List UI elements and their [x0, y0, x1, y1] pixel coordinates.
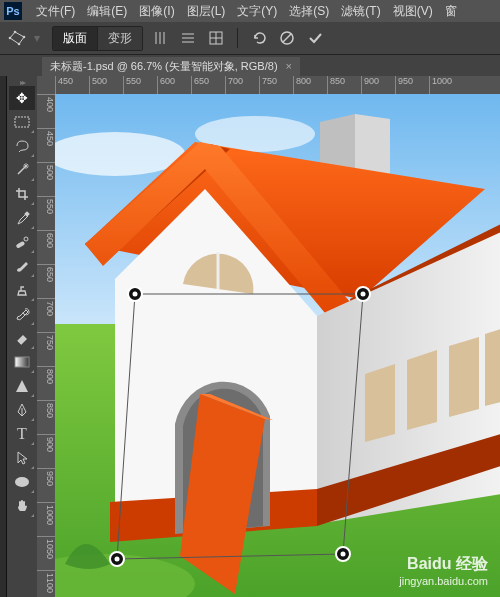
svg-point-19	[24, 237, 28, 241]
ruler-v-tick: 900	[37, 434, 55, 452]
menu-layer[interactable]: 图层(L)	[181, 3, 232, 20]
text-tool[interactable]: T	[9, 422, 35, 446]
commit-icon[interactable]	[304, 27, 326, 49]
path-select-tool[interactable]	[9, 446, 35, 470]
canvas-artwork	[55, 94, 500, 597]
svg-rect-20	[15, 357, 29, 367]
warp-mode-toggle: 版面 变形	[52, 26, 143, 51]
toolbox-grip-icon[interactable]: ▸▸	[20, 78, 24, 86]
watermark-url: jingyan.baidu.com	[399, 575, 488, 587]
menu-window[interactable]: 窗	[439, 3, 463, 20]
hand-tool[interactable]	[9, 494, 35, 518]
warp-mode-normal[interactable]: 版面	[53, 27, 98, 50]
clone-stamp-tool[interactable]	[9, 278, 35, 302]
ruler-v-tick: 650	[37, 264, 55, 282]
ruler-h-tick: 500	[89, 76, 107, 94]
svg-rect-18	[16, 241, 26, 249]
ruler-v-tick: 450	[37, 128, 55, 146]
menu-view[interactable]: 视图(V)	[387, 3, 439, 20]
brush-tool[interactable]	[9, 254, 35, 278]
ruler-v-tick: 1050	[37, 536, 55, 559]
ruler-origin[interactable]	[37, 76, 56, 95]
toolbox: ▸▸ ✥ T	[7, 76, 37, 597]
ruler-h-tick: 700	[225, 76, 243, 94]
close-tab-icon[interactable]: ×	[286, 60, 292, 72]
svg-marker-38	[407, 350, 437, 430]
ruler-h-tick: 750	[259, 76, 277, 94]
eraser-tool[interactable]	[9, 326, 35, 350]
svg-point-56	[115, 557, 120, 562]
ruler-h-tick: 850	[327, 76, 345, 94]
healing-brush-tool[interactable]	[9, 230, 35, 254]
align-horizontal-icon[interactable]	[177, 27, 199, 49]
ruler-h-tick: 800	[293, 76, 311, 94]
canvas-area: 450 500 550 600 650 700 750 800 850 900 …	[37, 76, 500, 597]
shape-tool[interactable]	[9, 374, 35, 398]
ruler-h-tick: 950	[395, 76, 413, 94]
crop-tool[interactable]	[9, 182, 35, 206]
menu-filter[interactable]: 滤镜(T)	[335, 3, 386, 20]
watermark: Baidu 经验 jingyan.baidu.com	[399, 554, 488, 587]
svg-marker-37	[365, 364, 395, 442]
svg-point-0	[9, 37, 12, 40]
gradient-tool[interactable]	[9, 350, 35, 374]
grid-icon[interactable]	[205, 27, 227, 49]
ruler-h-tick: 600	[157, 76, 175, 94]
ruler-h-tick: 900	[361, 76, 379, 94]
ruler-h-tick: 1000	[429, 76, 452, 94]
workspace: ▸▸ ✥ T 450 500 550 600 650 700 750 800	[0, 76, 500, 597]
history-brush-tool[interactable]	[9, 302, 35, 326]
panel-collapse-strip[interactable]	[0, 76, 7, 597]
document-tab[interactable]: 未标题-1.psd @ 66.7% (矢量智能对象, RGB/8) ×	[42, 57, 300, 76]
ruler-v-tick: 1100	[37, 570, 55, 593]
cancel-icon[interactable]	[276, 27, 298, 49]
menu-image[interactable]: 图像(I)	[133, 3, 180, 20]
svg-point-3	[18, 43, 21, 46]
undo-icon[interactable]	[248, 27, 270, 49]
ruler-v-tick: 500	[37, 162, 55, 180]
ruler-vertical[interactable]: 400 450 500 550 600 650 700 750 800 850 …	[37, 94, 55, 597]
svg-point-2	[23, 36, 26, 39]
svg-marker-40	[485, 329, 500, 406]
pen-tool[interactable]	[9, 398, 35, 422]
menu-type[interactable]: 文字(Y)	[231, 3, 283, 20]
menu-bar: Ps 文件(F) 编辑(E) 图像(I) 图层(L) 文字(Y) 选择(S) 滤…	[0, 0, 500, 22]
warp-mode-distort[interactable]: 变形	[98, 27, 142, 50]
puppet-warp-icon[interactable]	[6, 27, 28, 49]
canvas[interactable]: Baidu 经验 jingyan.baidu.com	[55, 94, 500, 597]
menu-file[interactable]: 文件(F)	[30, 3, 81, 20]
ruler-v-tick: 550	[37, 196, 55, 214]
menu-edit[interactable]: 编辑(E)	[81, 3, 133, 20]
svg-rect-17	[24, 211, 30, 217]
svg-point-52	[361, 292, 366, 297]
eyedropper-tool[interactable]	[9, 206, 35, 230]
ruler-v-tick: 600	[37, 230, 55, 248]
svg-rect-15	[15, 117, 29, 127]
ruler-h-tick: 650	[191, 76, 209, 94]
svg-line-14	[283, 34, 291, 42]
ruler-v-tick: 1000	[37, 502, 55, 525]
move-tool[interactable]: ✥	[9, 86, 35, 110]
marquee-tool[interactable]	[9, 110, 35, 134]
magic-wand-tool[interactable]	[9, 158, 35, 182]
app-logo: Ps	[4, 2, 22, 20]
ruler-v-tick: 850	[37, 400, 55, 418]
ellipse-tool[interactable]	[9, 470, 35, 494]
ruler-v-tick: 400	[37, 94, 55, 112]
watermark-brand: Baidu 经验	[399, 554, 488, 575]
document-tab-label: 未标题-1.psd @ 66.7% (矢量智能对象, RGB/8)	[50, 59, 278, 74]
ruler-v-tick: 700	[37, 298, 55, 316]
svg-point-1	[14, 31, 17, 34]
menu-select[interactable]: 选择(S)	[283, 3, 335, 20]
svg-point-50	[133, 292, 138, 297]
document-tab-bar: 未标题-1.psd @ 66.7% (矢量智能对象, RGB/8) ×	[0, 55, 500, 77]
ruler-horizontal[interactable]: 450 500 550 600 650 700 750 800 850 900 …	[55, 76, 500, 94]
svg-point-54	[341, 552, 346, 557]
svg-marker-39	[449, 337, 479, 417]
ruler-v-tick: 950	[37, 468, 55, 486]
align-vertical-icon[interactable]	[149, 27, 171, 49]
ruler-v-tick: 800	[37, 366, 55, 384]
svg-point-22	[15, 477, 29, 487]
ruler-h-tick: 550	[123, 76, 141, 94]
lasso-tool[interactable]	[9, 134, 35, 158]
